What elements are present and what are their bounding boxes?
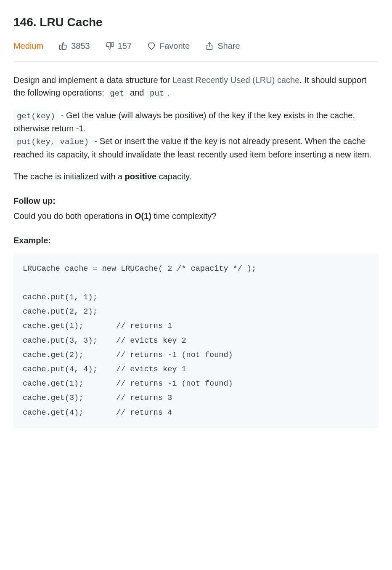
favorite-label: Favorite: [159, 40, 190, 52]
code-put: put: [146, 88, 167, 99]
favorite-button[interactable]: Favorite: [147, 40, 190, 52]
heart-icon: [147, 41, 156, 51]
share-button[interactable]: Share: [205, 40, 240, 52]
example-code-block: LRUCache cache = new LRUCache( 2 /* capa…: [13, 253, 379, 429]
text: The cache is initialized with a: [13, 172, 125, 181]
lru-link[interactable]: Least Recently Used (LRU) cache: [172, 75, 299, 85]
like-count: 3853: [71, 40, 90, 52]
code-put-sig: put(key, value): [13, 136, 92, 148]
text: - Get the value (will always be positive…: [13, 111, 355, 133]
bold-text: positive: [125, 172, 157, 181]
capacity-paragraph: The cache is initialized with a positive…: [13, 170, 379, 183]
meta-row: Medium 3853 157 Favorite Share: [13, 40, 379, 62]
operations-paragraph: get(key) - Get the value (will always be…: [13, 109, 379, 161]
code-get-sig: get(key): [13, 110, 58, 122]
text: .: [167, 88, 170, 97]
followup-paragraph: Could you do both operations in O(1) tim…: [13, 210, 379, 222]
code-get: get: [106, 88, 127, 99]
share-label: Share: [217, 40, 240, 52]
intro-paragraph: Design and implement a data structure fo…: [13, 74, 379, 100]
example-label: Example:: [13, 234, 379, 247]
dislike-count: 157: [118, 40, 132, 52]
dislike-button[interactable]: 157: [105, 40, 132, 52]
thumbs-up-icon: [58, 41, 68, 51]
difficulty-badge: Medium: [13, 40, 43, 52]
problem-description: Design and implement a data structure fo…: [13, 74, 379, 429]
problem-title: 146. LRU Cache: [13, 13, 379, 31]
text: and: [127, 88, 146, 97]
text: Design and implement a data structure fo…: [13, 75, 172, 85]
text: time complexity?: [151, 211, 217, 221]
text: Could you do both operations in: [13, 211, 135, 221]
thumbs-down-icon: [105, 41, 114, 51]
share-icon: [205, 41, 214, 51]
text: capacity.: [156, 172, 191, 181]
like-button[interactable]: 3853: [58, 40, 90, 52]
bold-text: O(1): [135, 211, 151, 221]
followup-label: Follow up:: [13, 194, 379, 207]
